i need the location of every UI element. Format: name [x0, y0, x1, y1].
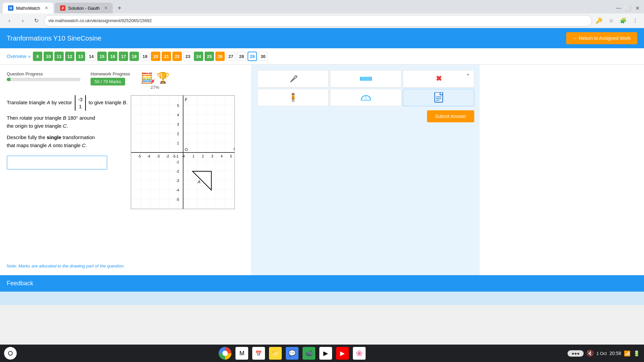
nav-num-25[interactable]: 25 [205, 52, 214, 61]
password-icon[interactable]: 🔑 [594, 16, 604, 25]
nav-num-15[interactable]: 15 [97, 52, 107, 61]
return-btn[interactable]: ← Return to Assigned Work [566, 32, 637, 44]
badge-area: 🧮 ✗ 🏆 27% [140, 71, 170, 90]
nav-num-30[interactable]: 30 [258, 52, 268, 61]
nav-num-10[interactable]: 10 [44, 52, 53, 61]
ruler-tool[interactable] [330, 70, 401, 87]
mathswatch-favicon: M [8, 5, 13, 11]
active-tab[interactable]: M MathsWatch × [3, 3, 53, 13]
svg-text:-4: -4 [182, 155, 185, 158]
taskbar-chrome[interactable] [219, 347, 231, 360]
note-text: Note: Marks are allocated to the drawing… [7, 263, 127, 268]
taskbar-play[interactable]: ▶ [319, 347, 332, 360]
page-tool[interactable] [403, 89, 474, 106]
bookmark-icon[interactable]: ☆ [606, 16, 616, 25]
nav-num-13[interactable]: 13 [76, 52, 85, 61]
menu-icon[interactable]: ⋮ [631, 16, 640, 25]
pencil-tool[interactable] [257, 70, 329, 87]
svg-text:O: O [185, 147, 188, 152]
nav-chevron[interactable]: « [28, 54, 31, 59]
taskbar-meet[interactable]: 📹 [303, 347, 315, 360]
nav-num-19[interactable]: 19 [140, 52, 150, 61]
main-area: Question Progress Homework Progress 50 /… [0, 65, 644, 275]
page-title: Tranformations Y10 SineCosine [7, 35, 101, 42]
nav-num-9[interactable]: 9 [33, 52, 42, 61]
nav-bar: Overview « 91011121314151617181920212223… [0, 48, 644, 65]
nav-num-27[interactable]: 27 [226, 52, 235, 61]
submit-area: Submit Answer [257, 110, 474, 122]
nav-num-17[interactable]: 17 [119, 52, 128, 61]
var-B1: B [123, 100, 126, 105]
svg-marker-4 [182, 95, 184, 96]
left-panel: Question Progress Homework Progress 50 /… [0, 65, 252, 275]
svg-text:x: x [233, 146, 235, 151]
maximize-btn[interactable]: ⬜ [624, 4, 632, 12]
nav-num-29[interactable]: 29 [248, 52, 257, 61]
nav-num-11[interactable]: 11 [54, 52, 64, 61]
x-icon: ✖ [436, 74, 442, 83]
taskbar-chat[interactable]: 💬 [286, 347, 299, 360]
taskbar-calendar[interactable]: 📅 [252, 347, 265, 360]
reload-btn[interactable]: ↻ [31, 15, 42, 26]
nav-num-28[interactable]: 28 [237, 52, 246, 61]
vector-matrix: -3 1 [75, 95, 86, 111]
nav-num-24[interactable]: 24 [194, 52, 203, 61]
inactive-tab[interactable]: ✗ Solution - Gauth × [55, 3, 113, 13]
svg-text:-5: -5 [172, 155, 175, 158]
homework-progress-block: Homework Progress 50 / 79 Marks [91, 71, 130, 85]
page-icon [434, 92, 443, 103]
question-progress-label: Question Progress [7, 71, 80, 76]
trophy-icon: 🏆 [156, 71, 170, 84]
nav-num-16[interactable]: 16 [108, 52, 117, 61]
nav-num-21[interactable]: 21 [162, 52, 171, 61]
svg-text:3: 3 [211, 155, 213, 158]
submit-answer-btn[interactable]: Submit Answer [427, 110, 474, 122]
minimize-btn[interactable]: — [614, 4, 623, 12]
bold-single: single [47, 134, 61, 140]
back-btn[interactable]: ‹ [4, 15, 15, 26]
figure-tool[interactable]: 🧍 [257, 89, 329, 106]
svg-text:-5: -5 [176, 198, 179, 201]
taskbar-youtube[interactable]: ▶ [336, 347, 349, 360]
new-tab-button[interactable]: + [115, 4, 123, 12]
eraser-tool[interactable]: ✖ + [403, 70, 474, 87]
right-panel: ✖ + 🧍 [252, 65, 480, 275]
answer-input[interactable] [7, 156, 107, 170]
tab-close-btn-2[interactable]: × [104, 5, 107, 11]
svg-text:5: 5 [230, 155, 232, 158]
taskbar-files[interactable]: 📁 [269, 347, 282, 360]
nav-num-26[interactable]: 26 [215, 52, 225, 61]
pencil-icon [288, 74, 298, 83]
taskbar-gmail[interactable]: M [235, 347, 248, 360]
var-C2: C [82, 142, 86, 148]
svg-text:2: 2 [177, 132, 179, 136]
nav-num-23[interactable]: 23 [183, 52, 193, 61]
feedback-section: Feedback [0, 275, 644, 292]
protractor-tool[interactable] [330, 89, 401, 106]
close-btn[interactable]: ✕ [633, 4, 641, 12]
url-input[interactable] [44, 15, 592, 26]
nav-num-20[interactable]: 20 [151, 52, 160, 61]
svg-text:-3: -3 [157, 155, 160, 158]
nav-num-14[interactable]: 14 [87, 52, 96, 61]
nav-overview[interactable]: Overview [7, 54, 26, 59]
taskbar-circle[interactable] [4, 347, 17, 360]
nav-num-22[interactable]: 22 [172, 52, 182, 61]
svg-text:-2: -2 [176, 170, 179, 173]
svg-text:4: 4 [221, 155, 223, 158]
feedback-content-area [0, 292, 644, 305]
extensions-icon[interactable]: 🧩 [619, 16, 628, 25]
svg-text:4: 4 [177, 113, 179, 117]
nav-num-12[interactable]: 12 [65, 52, 74, 61]
nav-num-18[interactable]: 18 [129, 52, 139, 61]
inactive-tab-label: Solution - Gauth [68, 6, 100, 11]
forward-btn[interactable]: › [17, 15, 28, 26]
taskbar-photos[interactable]: 🌸 [353, 347, 366, 360]
svg-text:-5: -5 [138, 155, 141, 158]
var-A1: A [47, 100, 50, 105]
plus-icon: + [467, 72, 469, 77]
calc-icon-wrapper: 🧮 ✗ [140, 71, 154, 84]
tools-grid: ✖ + 🧍 [257, 70, 474, 106]
tab-close-btn[interactable]: × [45, 5, 48, 11]
figure-icon: 🧍 [288, 93, 298, 102]
